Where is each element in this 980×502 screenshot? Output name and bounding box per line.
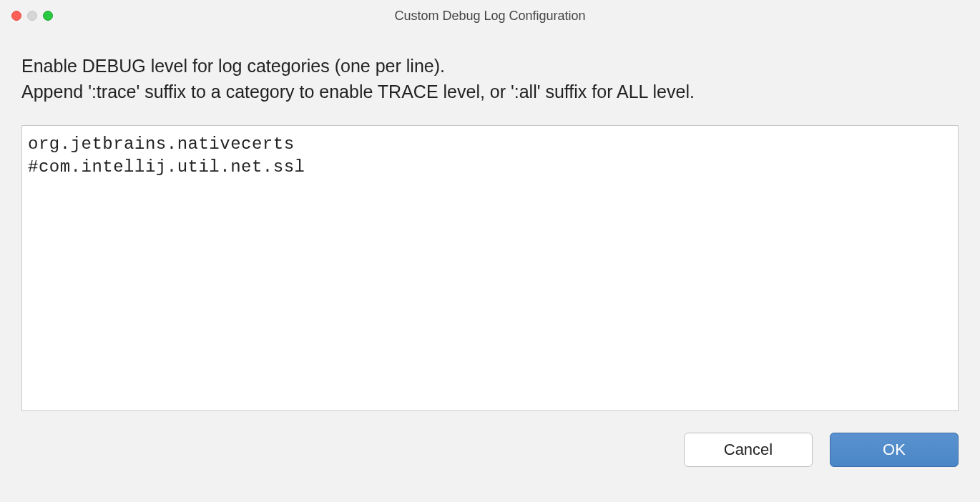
- instructions-line-2: Append ':trace' suffix to a category to …: [21, 79, 959, 104]
- ok-button[interactable]: OK: [830, 433, 959, 467]
- traffic-lights: [11, 11, 53, 21]
- instructions-text: Enable DEBUG level for log categories (o…: [21, 53, 959, 105]
- log-categories-input[interactable]: [21, 125, 959, 411]
- window-title: Custom Debug Log Configuration: [394, 9, 585, 24]
- button-row: Cancel OK: [0, 414, 980, 467]
- maximize-window-icon[interactable]: [43, 11, 53, 21]
- minimize-window-icon[interactable]: [27, 11, 37, 21]
- instructions-line-1: Enable DEBUG level for log categories (o…: [21, 53, 959, 79]
- dialog-content: Enable DEBUG level for log categories (o…: [0, 31, 980, 414]
- close-window-icon[interactable]: [11, 11, 21, 21]
- cancel-button[interactable]: Cancel: [684, 433, 813, 467]
- window-titlebar: Custom Debug Log Configuration: [0, 0, 980, 31]
